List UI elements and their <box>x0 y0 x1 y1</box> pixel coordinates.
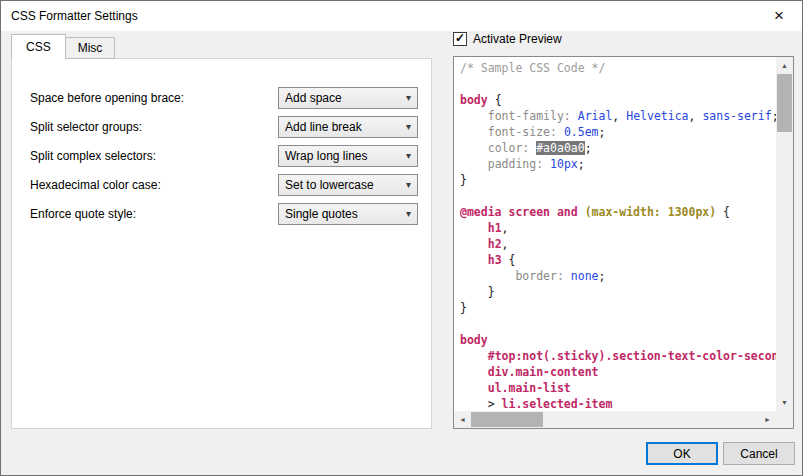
code-preview-panel: /* Sample CSS Code */ body { font-family… <box>453 56 794 429</box>
vertical-scroll-thumb[interactable] <box>777 74 792 132</box>
tab-misc[interactable]: Misc <box>65 37 116 59</box>
check-icon: ✓ <box>455 32 465 44</box>
code-line: h2, <box>460 236 776 252</box>
code-line: #top:not(.sticky).section-text-color-sec… <box>460 348 776 364</box>
code-line: div.main-content <box>460 364 776 380</box>
dialog-css-formatter-settings: CSS Formatter Settings × CSSMisc Space b… <box>0 0 803 476</box>
setting-dropdown[interactable]: Add space▾ <box>278 87 418 109</box>
settings-rows: Space before opening brace:Add space▾Spl… <box>12 59 431 225</box>
dropdown-selected-value: Add space <box>285 91 342 105</box>
code-line: font-family: Arial, Helvetica, sans-seri… <box>460 108 776 124</box>
code-line: body <box>460 332 776 348</box>
activate-preview-checkbox[interactable]: ✓ Activate Preview <box>453 32 562 46</box>
code-area[interactable]: /* Sample CSS Code */ body { font-family… <box>454 57 776 411</box>
setting-row: Hexadecimal color case:Set to lowercase▾ <box>30 174 418 196</box>
dropdown-selected-value: Set to lowercase <box>285 178 374 192</box>
setting-dropdown[interactable]: Add line break▾ <box>278 116 418 138</box>
cancel-button[interactable]: Cancel <box>723 442 795 465</box>
code-line: body { <box>460 92 776 108</box>
setting-label: Enforce quote style: <box>30 207 136 221</box>
code-line: h3 { <box>460 252 776 268</box>
setting-row: Split complex selectors:Wrap long lines▾ <box>30 145 418 167</box>
code-line <box>460 76 776 92</box>
scroll-right-button[interactable]: ► <box>759 411 776 428</box>
setting-dropdown[interactable]: Set to lowercase▾ <box>278 174 418 196</box>
arrow-left-icon: ◄ <box>459 416 466 423</box>
code-line <box>460 188 776 204</box>
scrollbar-corner <box>776 411 793 428</box>
code-line: font-size: 0.5em; <box>460 124 776 140</box>
ok-button[interactable]: OK <box>646 442 718 465</box>
scroll-left-button[interactable]: ◄ <box>454 411 471 428</box>
chevron-down-icon: ▾ <box>406 122 411 132</box>
code-line: padding: 10px; <box>460 156 776 172</box>
scroll-down-button[interactable]: ▼ <box>776 394 793 411</box>
chevron-down-icon: ▾ <box>406 180 411 190</box>
arrow-up-icon: ▲ <box>781 62 788 69</box>
setting-label: Split complex selectors: <box>30 149 156 163</box>
code-line: h1, <box>460 220 776 236</box>
chevron-down-icon: ▾ <box>406 93 411 103</box>
setting-dropdown[interactable]: Wrap long lines▾ <box>278 145 418 167</box>
code-line: > li.selected-item <box>460 396 776 411</box>
code-line: } <box>460 300 776 316</box>
code-line: border: none; <box>460 268 776 284</box>
arrow-down-icon: ▼ <box>781 399 788 406</box>
horizontal-scrollbar[interactable]: ◄ ► <box>454 411 776 428</box>
window-title: CSS Formatter Settings <box>1 9 138 23</box>
vertical-scrollbar[interactable]: ▲ ▼ <box>776 57 793 411</box>
arrow-right-icon: ► <box>764 416 771 423</box>
setting-label: Space before opening brace: <box>30 91 184 105</box>
checkbox-box: ✓ <box>453 32 467 46</box>
tab-css[interactable]: CSS <box>11 34 66 59</box>
setting-label: Split selector groups: <box>30 120 142 134</box>
code-line: ul.main-list <box>460 380 776 396</box>
setting-row: Space before opening brace:Add space▾ <box>30 87 418 109</box>
checkbox-label: Activate Preview <box>473 32 562 46</box>
dropdown-selected-value: Wrap long lines <box>285 149 368 163</box>
code-line: /* Sample CSS Code */ <box>460 60 776 76</box>
chevron-down-icon: ▾ <box>406 151 411 161</box>
chevron-down-icon: ▾ <box>406 209 411 219</box>
setting-label: Hexadecimal color case: <box>30 178 161 192</box>
tab-panel-css: Space before opening brace:Add space▾Spl… <box>11 58 432 429</box>
close-icon: × <box>774 6 784 26</box>
horizontal-scroll-thumb[interactable] <box>471 412 543 427</box>
close-button[interactable]: × <box>756 1 802 31</box>
setting-row: Split selector groups:Add line break▾ <box>30 116 418 138</box>
code-line: } <box>460 284 776 300</box>
code-line: } <box>460 172 776 188</box>
dropdown-selected-value: Single quotes <box>285 207 358 221</box>
code-line: color: #a0a0a0; <box>460 140 776 156</box>
code-line: @media screen and (max-width: 1300px) { <box>460 204 776 220</box>
code-line <box>460 316 776 332</box>
setting-dropdown[interactable]: Single quotes▾ <box>278 203 418 225</box>
tab-bar: CSSMisc <box>11 34 114 59</box>
setting-row: Enforce quote style:Single quotes▾ <box>30 203 418 225</box>
titlebar[interactable]: CSS Formatter Settings × <box>1 1 802 31</box>
scroll-up-button[interactable]: ▲ <box>776 57 793 74</box>
dropdown-selected-value: Add line break <box>285 120 362 134</box>
